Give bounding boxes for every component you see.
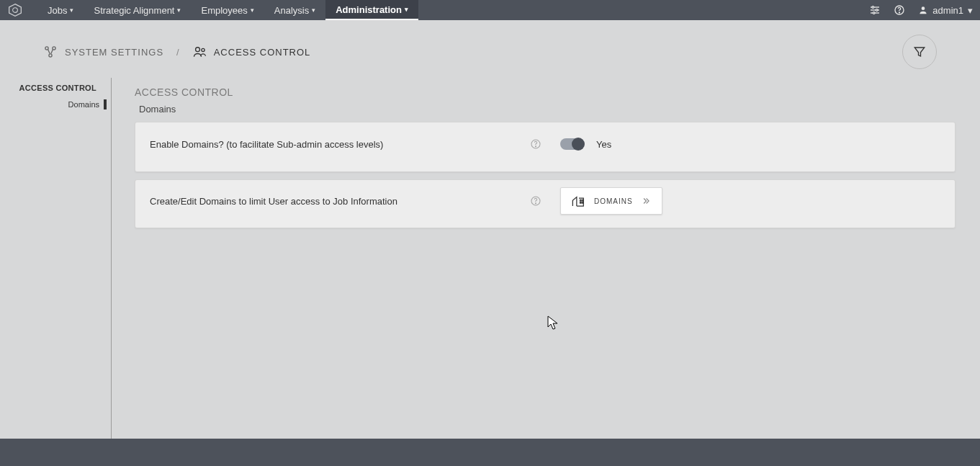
svg-point-13 — [49, 54, 52, 57]
breadcrumb-sep: / — [176, 47, 179, 58]
svg-point-14 — [195, 48, 199, 52]
svg-point-12 — [53, 47, 55, 50]
nav-item-employees[interactable]: Employees▾ — [191, 0, 264, 20]
card-control-enable: Yes — [560, 138, 611, 150]
svg-point-6 — [876, 9, 878, 12]
help-icon[interactable] — [530, 195, 543, 207]
svg-point-18 — [535, 146, 536, 147]
breadcrumb-current: ACCESS CONTROL — [192, 45, 311, 59]
access-control-icon — [192, 45, 207, 59]
svg-rect-22 — [583, 200, 584, 201]
svg-point-15 — [202, 48, 204, 51]
nav-item-jobs[interactable]: Jobs▾ — [37, 0, 84, 20]
filter-button[interactable] — [902, 35, 937, 69]
main: ACCESS CONTROL Domains ACCESS CONTROL Do… — [0, 78, 980, 439]
svg-marker-16 — [914, 48, 925, 56]
svg-point-20 — [535, 203, 536, 204]
sidebar-head: ACCESS CONTROL — [0, 84, 98, 92]
domains-button-label: DOMAINS — [594, 197, 633, 205]
svg-point-1 — [13, 8, 18, 13]
nav-item-administration[interactable]: Administration▾ — [325, 0, 418, 20]
section-title: ACCESS CONTROL — [135, 86, 956, 98]
enable-domains-toggle[interactable] — [560, 138, 583, 150]
nav-item-analysis[interactable]: Analysis▾ — [264, 0, 325, 20]
settings-sliders-icon[interactable] — [869, 4, 881, 16]
nav-items: Jobs▾ Strategic Alignment▾ Employees▾ An… — [37, 0, 418, 20]
svg-rect-24 — [583, 202, 584, 204]
svg-point-7 — [873, 12, 876, 14]
bottom-bar — [0, 439, 980, 466]
svg-point-9 — [899, 12, 900, 13]
breadcrumb-root[interactable]: SYSTEM SETTINGS — [43, 45, 163, 59]
subsection-title: Domains — [139, 104, 956, 115]
toggle-state-label: Yes — [596, 139, 611, 150]
svg-point-10 — [922, 6, 925, 10]
user-name: admin1 — [932, 5, 963, 16]
sidebar-item-domains[interactable]: Domains — [0, 99, 107, 109]
content: ACCESS CONTROL Domains Enable Domains? (… — [112, 78, 968, 439]
user-menu[interactable]: admin1 ▾ — [918, 5, 973, 16]
nav-right: admin1 ▾ — [869, 4, 973, 16]
nav-item-strategic-alignment[interactable]: Strategic Alignment▾ — [84, 0, 191, 20]
app-logo[interactable] — [7, 2, 23, 18]
svg-point-11 — [45, 47, 48, 50]
card-label-enable: Enable Domains? (to facilitate Sub-admin… — [150, 139, 524, 150]
breadcrumb-row: SYSTEM SETTINGS / ACCESS CONTROL — [0, 20, 980, 78]
building-icon — [571, 194, 587, 208]
top-nav: Jobs▾ Strategic Alignment▾ Employees▾ An… — [0, 0, 980, 20]
domains-button[interactable]: DOMAINS — [560, 187, 662, 215]
card-create-domains: Create/Edit Domains to limit User access… — [135, 179, 956, 228]
card-label-create: Create/Edit Domains to limit User access… — [150, 196, 524, 207]
svg-point-5 — [872, 6, 874, 9]
svg-marker-0 — [9, 4, 22, 17]
svg-rect-23 — [580, 202, 582, 204]
help-icon[interactable] — [894, 4, 905, 16]
settings-tree-icon — [43, 45, 58, 59]
chevron-double-right-icon — [640, 196, 652, 206]
filter-icon — [913, 45, 926, 58]
svg-rect-21 — [580, 200, 582, 201]
help-icon[interactable] — [530, 138, 543, 150]
card-enable-domains: Enable Domains? (to facilitate Sub-admin… — [135, 122, 956, 172]
sidebar: ACCESS CONTROL Domains — [0, 78, 112, 439]
